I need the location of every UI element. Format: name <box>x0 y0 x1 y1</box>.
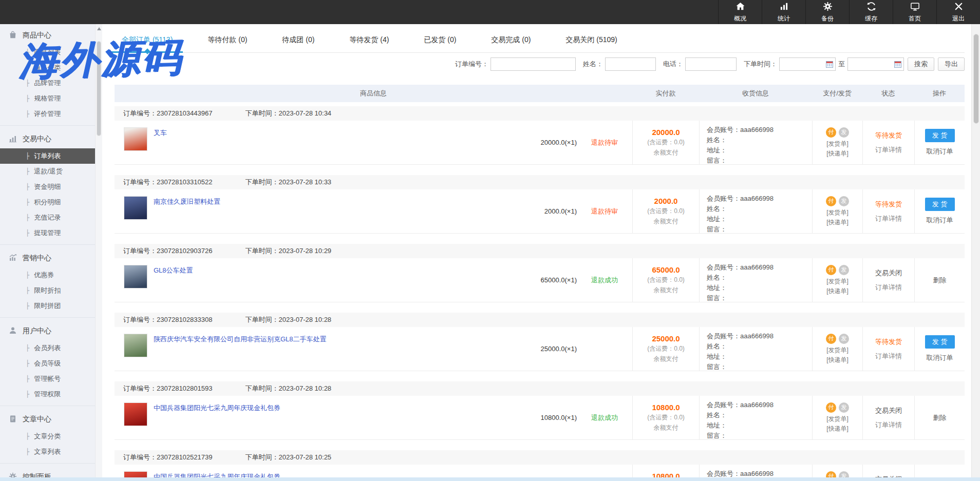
topbar-item-logout[interactable]: 退出 <box>936 0 980 24</box>
order-detail-link[interactable]: 订单详情 <box>875 420 902 430</box>
product-thumbnail[interactable] <box>124 127 147 151</box>
sidebar-scrollbar[interactable] <box>95 24 102 481</box>
article-icon <box>9 415 23 425</box>
sidebar-item-flash-discount[interactable]: 限时折扣 <box>0 283 95 298</box>
freight-note: (含运费：0.0) <box>647 207 685 216</box>
sidebar-item-article-category[interactable]: 文章分类 <box>0 429 95 444</box>
topbar-item-stats[interactable]: 统计 <box>762 0 805 24</box>
ship-button[interactable]: 发 货 <box>925 335 955 349</box>
order-detail-link[interactable]: 订单详情 <box>875 145 902 155</box>
ship-button[interactable]: 发 货 <box>925 129 955 142</box>
order-detail-link[interactable]: 订单详情 <box>875 283 902 292</box>
pay-method: 余额支付 <box>654 424 679 432</box>
sidebar-item-recharge[interactable]: 充值记录 <box>0 210 95 225</box>
sidebar-item-member-level[interactable]: 会员等级 <box>0 356 95 371</box>
ship-badge: 发 <box>839 265 849 275</box>
exit-icon <box>954 2 964 13</box>
sidebar-item-admin-account[interactable]: 管理帐号 <box>0 371 95 387</box>
sidebar-section-trade[interactable]: 交易中心 <box>0 130 95 148</box>
product-thumbnail[interactable] <box>124 334 147 357</box>
order-detail-link[interactable]: 订单详情 <box>875 214 902 223</box>
order-header: 订单编号：230728102833308 下单时间：2023-07-28 10:… <box>115 313 965 327</box>
invoice-link[interactable]: [发货单] <box>826 415 849 424</box>
order-price: 10800.0(×1) <box>541 414 577 421</box>
topbar-item-backup[interactable]: 备份 <box>805 0 849 24</box>
main-content: 全部订单 (5113) 等待付款 (0) 待成团 (0) 等待发货 (4) 已发… <box>102 24 980 481</box>
express-link[interactable]: [快递单] <box>826 356 849 364</box>
refund-status: 退款待审 <box>577 138 632 147</box>
sidebar-item-coupon[interactable]: 优惠券 <box>0 267 95 283</box>
product-link[interactable]: GL8公车处置 <box>154 266 193 275</box>
product-link[interactable]: 叉车 <box>154 128 167 138</box>
product-link[interactable]: 陕西庆华汽车安全有限公司自用非营运别克GL8二手车处置 <box>154 335 327 344</box>
phone-input[interactable] <box>685 57 737 71</box>
tab-awaiting-payment[interactable]: 等待付款 (0) <box>201 35 253 52</box>
sidebar-item-refund[interactable]: 退款/退货 <box>0 164 95 179</box>
topbar-item-cache[interactable]: 缓存 <box>849 0 893 24</box>
tab-pending-group[interactable]: 待成团 (0) <box>276 35 321 52</box>
invoice-link[interactable]: [发货单] <box>826 346 849 355</box>
tab-completed[interactable]: 交易完成 (0) <box>485 35 537 52</box>
order-detail-link[interactable]: 订单详情 <box>875 352 902 361</box>
delete-order-link[interactable]: 删除 <box>933 276 947 285</box>
sidebar-item-product-category[interactable]: 商品分类 <box>0 60 95 75</box>
sidebar-section-products[interactable]: 商品中心 <box>0 26 95 45</box>
sidebar-scrollbar-thumb[interactable] <box>97 41 101 136</box>
product-thumbnail[interactable] <box>124 402 147 426</box>
tab-shipped[interactable]: 已发货 (0) <box>418 35 462 52</box>
sidebar-item-product-list[interactable]: 商品列表 <box>0 45 95 60</box>
product-link[interactable]: 南京佳久废旧塑料处置 <box>154 197 220 206</box>
freight-note: (含运费：0.0) <box>647 344 685 353</box>
cancel-order-link[interactable]: 取消订单 <box>927 216 953 225</box>
sidebar-section-articles[interactable]: 文章中心 <box>0 410 95 429</box>
order-no-search-label: 订单编号： <box>455 60 488 69</box>
sidebar-item-order-list[interactable]: 订单列表 <box>0 148 95 164</box>
topbar: 概况 统计 备份 缓存 首页 退出 <box>0 0 980 24</box>
cancel-order-link[interactable]: 取消订单 <box>927 147 953 156</box>
product-thumbnail[interactable] <box>124 265 147 288</box>
sidebar-item-admin-permission[interactable]: 管理权限 <box>0 387 95 402</box>
delete-order-link[interactable]: 删除 <box>933 413 947 422</box>
monitor-icon <box>910 2 920 13</box>
topbar-item-label: 概况 <box>734 14 746 23</box>
topbar-item-homepage[interactable]: 首页 <box>893 0 936 24</box>
order-block: 订单编号：230728102903726 下单时间：2023-07-28 10:… <box>115 244 965 302</box>
export-button[interactable]: 导出 <box>938 57 965 71</box>
order-no: 230728103310522 <box>157 178 212 186</box>
order-no-input[interactable] <box>491 57 576 71</box>
sidebar-section-marketing[interactable]: 营销中心 <box>0 249 95 267</box>
tab-awaiting-shipment[interactable]: 等待发货 (4) <box>343 35 395 52</box>
sidebar-item-withdraw[interactable]: 提现管理 <box>0 225 95 241</box>
header-paid-amount: 实付款 <box>632 85 699 102</box>
sidebar-item-member-list[interactable]: 会员列表 <box>0 340 95 356</box>
page-scrollbar-thumb[interactable] <box>973 34 979 124</box>
topbar-item-overview[interactable]: 概况 <box>718 0 762 24</box>
scroll-up-arrow[interactable] <box>97 27 101 30</box>
sidebar-item-review[interactable]: 评价管理 <box>0 106 95 122</box>
ship-button[interactable]: 发 货 <box>925 198 955 211</box>
member-account: aaa666998 <box>740 332 774 340</box>
sidebar-item-fund-detail[interactable]: 资金明细 <box>0 179 95 195</box>
sidebar-item-spec[interactable]: 规格管理 <box>0 91 95 106</box>
name-input[interactable] <box>605 57 656 71</box>
sidebar-section-users[interactable]: 用户中心 <box>0 322 95 340</box>
express-link[interactable]: [快递单] <box>826 425 849 433</box>
product-thumbnail[interactable] <box>124 196 147 220</box>
sidebar-item-group-buy[interactable]: 限时拼团 <box>0 298 95 314</box>
product-link[interactable]: 中国兵器集团阳光七采九周年庆现金礼包券 <box>154 403 280 413</box>
sidebar-item-points-detail[interactable]: 积分明细 <box>0 195 95 210</box>
search-button[interactable]: 搜索 <box>908 57 934 71</box>
express-link[interactable]: [快递单] <box>826 218 849 227</box>
tab-all-orders[interactable]: 全部订单 (5113) <box>116 35 179 52</box>
invoice-link[interactable]: [发货单] <box>826 208 849 217</box>
express-link[interactable]: [快递单] <box>826 149 849 158</box>
invoice-link[interactable]: [发货单] <box>826 140 849 148</box>
express-link[interactable]: [快递单] <box>826 287 849 296</box>
sidebar-item-brand[interactable]: 品牌管理 <box>0 75 95 91</box>
invoice-link[interactable]: [发货单] <box>826 277 849 286</box>
cancel-order-link[interactable]: 取消订单 <box>927 353 953 362</box>
tab-closed[interactable]: 交易关闭 (5109) <box>559 35 623 52</box>
horizontal-scrollbar[interactable] <box>0 477 980 481</box>
page-scrollbar[interactable] <box>971 24 980 477</box>
sidebar-item-article-list[interactable]: 文章列表 <box>0 444 95 459</box>
